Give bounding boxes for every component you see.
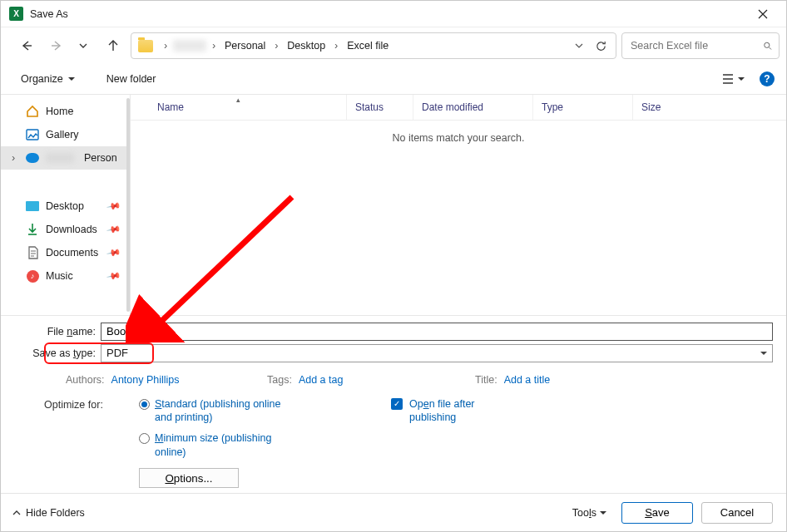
new-folder-button[interactable]: New folder bbox=[101, 70, 161, 88]
sidebar-item-onedrive[interactable]: › Person bbox=[1, 146, 130, 170]
close-icon bbox=[758, 9, 768, 19]
breadcrumb-current[interactable]: Excel file bbox=[344, 38, 392, 53]
help-button[interactable]: ? bbox=[760, 71, 775, 86]
sidebar-item-music[interactable]: ♪ Music 📌 bbox=[1, 264, 130, 288]
pin-icon: 📌 bbox=[106, 199, 122, 214]
caret-down-icon bbox=[68, 76, 75, 82]
optimize-standard-radio[interactable]: Standard (publishing online and printing… bbox=[139, 397, 288, 426]
desktop-icon bbox=[26, 200, 39, 213]
excel-icon: X bbox=[9, 7, 23, 21]
search-input[interactable] bbox=[629, 39, 763, 52]
pin-icon: 📌 bbox=[106, 268, 122, 284]
crumb-sep-icon: › bbox=[160, 40, 171, 52]
tags-label: Tags: bbox=[267, 374, 292, 386]
pin-icon: 📌 bbox=[106, 245, 122, 261]
crumb-sep-icon: › bbox=[330, 40, 342, 52]
title-label: Title: bbox=[475, 374, 497, 386]
gallery-icon bbox=[26, 128, 39, 141]
nav-sidebar: Home Gallery › Person Desktop 📌 bbox=[1, 95, 131, 315]
filetype-combobox[interactable]: PDF bbox=[101, 344, 773, 362]
options-button[interactable]: Options... bbox=[139, 468, 239, 488]
col-name[interactable]: Name ▴ bbox=[131, 95, 347, 120]
search-field[interactable] bbox=[621, 32, 780, 59]
filetype-value: PDF bbox=[106, 347, 128, 359]
sidebar-item-gallery[interactable]: Gallery bbox=[1, 123, 130, 146]
expand-icon[interactable]: › bbox=[7, 152, 19, 164]
filename-label: File name: bbox=[9, 326, 101, 337]
cancel-button[interactable]: Cancel bbox=[701, 502, 773, 524]
refresh-icon[interactable] bbox=[595, 40, 607, 52]
filename-input[interactable] bbox=[101, 323, 773, 341]
tags-value[interactable]: Add a tag bbox=[299, 374, 344, 386]
title-bar: X Save As bbox=[1, 1, 786, 27]
checkbox-checked-icon: ✓ bbox=[391, 398, 403, 410]
title-value[interactable]: Add a title bbox=[504, 374, 551, 386]
sidebar-item-label: Documents bbox=[46, 247, 98, 259]
window-title: Save As bbox=[30, 8, 68, 20]
sidebar-scrollbar[interactable] bbox=[126, 98, 130, 312]
save-as-dialog: X Save As › › Personal › Desktop › bbox=[0, 0, 787, 532]
list-header: Name ▴ Status Date modified Type Size bbox=[131, 95, 786, 121]
authors-value[interactable]: Antony Phillips bbox=[111, 374, 180, 386]
music-icon: ♪ bbox=[26, 269, 39, 283]
authors-label: Authors: bbox=[66, 374, 105, 386]
col-status[interactable]: Status bbox=[347, 95, 413, 120]
sidebar-item-downloads[interactable]: Downloads 📌 bbox=[1, 218, 130, 241]
save-form: File name: Save as type: PDF Authors: An… bbox=[1, 316, 786, 494]
pin-icon: 📌 bbox=[106, 222, 122, 238]
radio-icon bbox=[139, 399, 150, 410]
col-size[interactable]: Size bbox=[633, 95, 698, 120]
chevron-up-icon bbox=[12, 509, 21, 517]
open-after-publish-checkbox[interactable]: ✓ Open file after publishing bbox=[391, 397, 509, 426]
folder-icon bbox=[138, 40, 153, 52]
sidebar-item-desktop[interactable]: Desktop 📌 bbox=[1, 195, 130, 218]
home-icon bbox=[26, 105, 39, 118]
caret-down-icon bbox=[738, 76, 745, 82]
metadata-row: Authors: Antony Phillips Tags: Add a tag… bbox=[9, 366, 773, 391]
back-button[interactable] bbox=[14, 33, 39, 58]
toolbar: Organize New folder ? bbox=[1, 64, 786, 94]
dialog-footer: Hide Folders Tools Save Cancel bbox=[1, 493, 786, 531]
sidebar-item-label: Home bbox=[46, 106, 73, 117]
downloads-icon bbox=[26, 223, 39, 236]
view-button[interactable] bbox=[716, 70, 750, 88]
sidebar-item-label: Person bbox=[84, 152, 117, 164]
filetype-label: Save as type: bbox=[9, 347, 101, 359]
breadcrumb-desktop[interactable]: Desktop bbox=[284, 38, 329, 53]
sidebar-item-label-blurred bbox=[46, 153, 74, 163]
col-date[interactable]: Date modified bbox=[413, 95, 533, 120]
crumb-sep-icon: › bbox=[270, 40, 282, 52]
close-button[interactable] bbox=[745, 1, 781, 27]
svg-point-0 bbox=[765, 42, 770, 47]
sidebar-item-label: Music bbox=[46, 270, 73, 282]
main-area: Home Gallery › Person Desktop 📌 bbox=[1, 94, 786, 316]
onedrive-icon bbox=[26, 151, 39, 165]
list-view-icon bbox=[721, 73, 735, 85]
hide-folders-button[interactable]: Hide Folders bbox=[12, 507, 85, 519]
documents-icon bbox=[26, 246, 39, 259]
chevron-down-icon[interactable] bbox=[575, 42, 583, 50]
arrow-left-icon bbox=[20, 39, 33, 52]
save-button[interactable]: Save bbox=[621, 502, 693, 524]
breadcrumb-root[interactable] bbox=[173, 40, 206, 52]
radio-icon bbox=[139, 433, 150, 444]
caret-down-icon bbox=[600, 510, 606, 516]
filename-row: File name: bbox=[9, 323, 773, 341]
sidebar-item-label: Desktop bbox=[46, 200, 84, 212]
forward-button[interactable] bbox=[44, 33, 69, 58]
breadcrumb-personal[interactable]: Personal bbox=[221, 38, 269, 53]
address-bar[interactable]: › › Personal › Desktop › Excel file bbox=[131, 32, 616, 59]
optimize-minimum-radio[interactable]: Minimum size (publishing online) bbox=[139, 431, 288, 460]
chevron-down-icon bbox=[79, 42, 87, 50]
arrow-right-icon bbox=[50, 39, 63, 52]
sidebar-item-documents[interactable]: Documents 📌 bbox=[1, 241, 130, 264]
sidebar-item-home[interactable]: Home bbox=[1, 100, 130, 123]
organize-menu[interactable]: Organize bbox=[16, 70, 80, 88]
recent-locations-button[interactable] bbox=[71, 33, 96, 58]
filetype-row: Save as type: PDF bbox=[9, 344, 773, 362]
tools-menu[interactable]: Tools bbox=[572, 507, 606, 519]
col-type[interactable]: Type bbox=[533, 95, 633, 120]
crumb-sep-icon: › bbox=[208, 40, 220, 52]
sidebar-item-label: Downloads bbox=[46, 224, 97, 235]
up-button[interactable] bbox=[101, 33, 126, 58]
